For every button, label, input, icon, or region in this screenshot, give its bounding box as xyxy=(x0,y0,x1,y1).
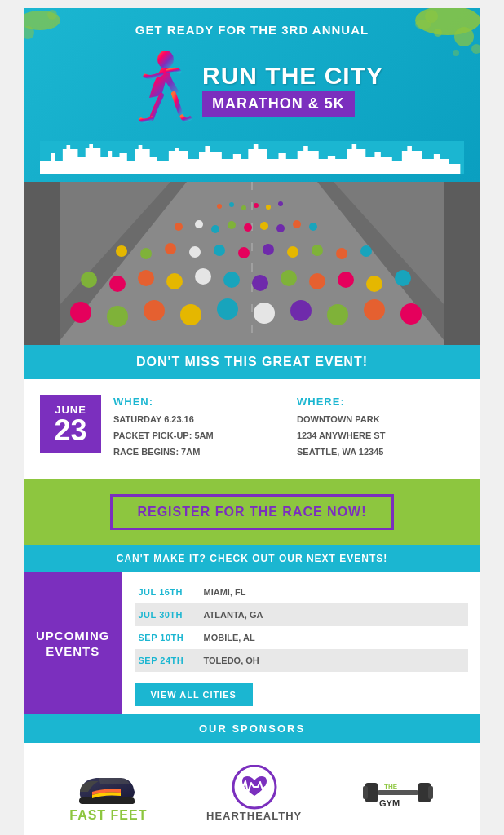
svg-rect-72 xyxy=(378,790,418,795)
upcoming-section: UPCOMINGEVENTS JUL 16TH MIAMI, FL JUL 30… xyxy=(24,572,480,714)
when-item-1: SATURDAY 6.23.16 xyxy=(113,414,281,424)
where-label: WHERE: xyxy=(297,395,464,408)
event-row: JUL 30TH ATLANTA, GA xyxy=(135,603,469,626)
event-date-0: JUL 16TH xyxy=(139,587,204,597)
register-button[interactable]: REGISTER FOR THE RACE NOW! xyxy=(110,494,393,530)
event-date-2: SEP 10TH xyxy=(139,633,204,643)
svg-rect-66 xyxy=(24,182,480,345)
heart-healthy-icon xyxy=(222,765,287,810)
heart-healthy-name: HEARTHEALTHY xyxy=(206,810,302,822)
svg-point-6 xyxy=(415,20,431,29)
where-column: WHERE: DOWNTOWN PARK 1234 ANYWHERE ST SE… xyxy=(297,395,464,463)
event-info: WHEN: SATURDAY 6.23.16 PACKET PICK-UP: 5… xyxy=(113,395,464,463)
when-label: WHEN: xyxy=(113,395,281,408)
sponsors-header: OUR SPONSORS xyxy=(24,714,480,743)
when-item-3: RACE BEGINS: 7AM xyxy=(113,447,281,457)
header-section: GET READY FOR THE 3RD ANNUAL xyxy=(24,8,480,182)
runner-figure xyxy=(121,45,194,135)
event-date-1: JUL 30TH xyxy=(139,610,204,620)
where-item-1: DOWNTOWN PARK xyxy=(297,414,464,424)
events-table: JUL 16TH MIAMI, FL JUL 30TH ATLANTA, GA … xyxy=(122,572,481,714)
event-row: SEP 24TH TOLEDO, OH xyxy=(135,649,469,672)
date-block: JUNE 23 xyxy=(40,395,101,453)
marathon-badge: MARATHON & 5K xyxy=(202,91,355,117)
svg-point-3 xyxy=(471,44,480,54)
the-gym-icon: THE GYM xyxy=(361,771,435,815)
svg-point-1 xyxy=(454,27,474,46)
where-item-2: 1234 ANYWHERE ST xyxy=(297,431,464,440)
sponsor-the-gym: THE GYM xyxy=(361,771,435,815)
sponsor-heart-healthy: HEARTHEALTHY xyxy=(206,765,302,822)
event-row: SEP 10TH MOBILE, AL xyxy=(135,626,469,649)
view-all-button[interactable]: VIEW ALL CITIES xyxy=(135,683,253,706)
event-row: JUL 16TH MIAMI, FL xyxy=(135,581,469,603)
dont-miss-banner: DON'T MISS THIS GREAT EVENT! xyxy=(24,345,480,379)
upcoming-label-text: UPCOMINGEVENTS xyxy=(36,628,110,660)
when-item-2: PACKET PICK-UP: 5AM xyxy=(113,431,281,440)
upcoming-label: UPCOMINGEVENTS xyxy=(24,572,122,714)
svg-rect-71 xyxy=(428,786,433,799)
cant-make-banner: CAN'T MAKE IT? CHECK OUT OUR NEXT EVENTS… xyxy=(24,545,480,572)
event-date-3: SEP 24TH xyxy=(139,656,204,665)
register-section: REGISTER FOR THE RACE NOW! xyxy=(24,479,480,545)
event-location-0: MIAMI, FL xyxy=(204,587,465,597)
svg-point-9 xyxy=(47,10,57,20)
race-photo xyxy=(24,182,480,345)
sponsors-section: FAST FEET HEARTHEALTHY xyxy=(24,743,480,835)
sponsor-fast-feet: FAST FEET xyxy=(69,763,147,823)
event-location-1: ATLANTA, GA xyxy=(204,610,465,620)
event-location-3: TOLEDO, OH xyxy=(204,656,465,665)
when-column: WHEN: SATURDAY 6.23.16 PACKET PICK-UP: 5… xyxy=(113,395,281,463)
where-item-3: SEATTLE, WA 12345 xyxy=(297,447,464,457)
event-location-2: MOBILE, AL xyxy=(204,633,465,643)
svg-point-4 xyxy=(434,29,442,37)
svg-text:THE: THE xyxy=(384,783,398,790)
svg-rect-69 xyxy=(363,786,368,799)
fast-feet-icon xyxy=(76,763,141,808)
svg-point-10 xyxy=(157,51,174,68)
svg-text:GYM: GYM xyxy=(379,798,400,808)
event-details: JUNE 23 WHEN: SATURDAY 6.23.16 PACKET PI… xyxy=(24,379,480,479)
run-the-city-title: RUN THE CITY xyxy=(202,64,383,88)
date-day: 23 xyxy=(52,416,89,445)
fast-feet-name: FAST FEET xyxy=(69,808,147,823)
